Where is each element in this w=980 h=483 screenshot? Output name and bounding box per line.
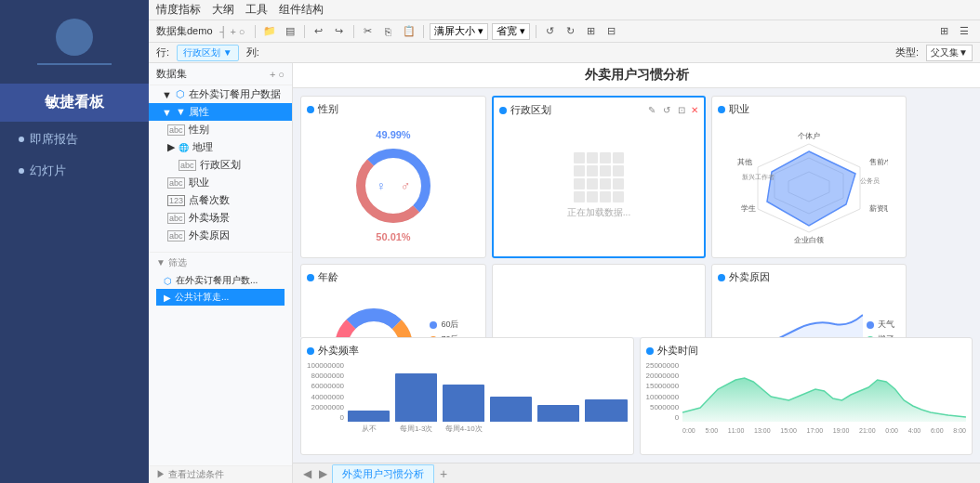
age-chart-title: 年龄 [307,270,480,284]
menu-item-metrics[interactable]: 情度指标 [156,2,201,18]
tree-item-occupation[interactable]: abc 职业 [149,174,292,191]
filter-section: ▼ 筛选 ⬡ 在外卖订餐用户数... ▶ 公共计算走... [149,252,292,309]
zoom-dropdown[interactable]: 满屏大小 ▾ [430,23,488,40]
bar-item [395,373,437,422]
bar-labels: 从不 每周1-3次 每周4-10次 [348,424,627,434]
filter-item-2[interactable]: ▶ 公共计算走... [156,289,285,306]
bar-chart-area: 从不 每周1-3次 每周4-10次 [348,361,627,449]
abc-icon: abc [167,177,185,189]
tree-label-order-count: 点餐次数 [189,193,230,207]
tab-next-icon[interactable]: ▶ [316,467,330,480]
toolbar-separator-4 [423,25,424,38]
tree-label-geo: 地理 [192,140,213,154]
tree-item-attributes-folder[interactable]: ▼ ▼ 属性 [149,103,292,121]
zoom-out-icon[interactable]: ⊟ [603,23,620,40]
tree-item-reason[interactable]: abc 外卖原因 [149,227,292,244]
tree-label-scenario: 外卖场景 [189,211,230,225]
legend-dot-icon [430,321,437,329]
chevron-down-icon: ▼ [162,89,172,100]
file-panel: 数据集 + ○ ▼ ⬡ 在外卖订餐用户数据 ▼ ▼ 属性 abc 性别 ▶ 🌐 … [149,63,293,483]
file-panel-add-icon[interactable]: + ○ [270,69,285,80]
second-toolbar: 行: 行政区划 ▼ 列: 类型: 父又集▼ [149,43,980,63]
expand-icon[interactable]: ⊡ [676,105,687,115]
district-chart-body: 正在加载数据... [499,121,698,251]
filter-item-1[interactable]: ⬡ 在外卖订餐用户数... [156,272,285,289]
cut-icon[interactable]: ✂ [360,23,377,40]
filter-footer[interactable]: ▶ 查看过滤条件 [149,465,292,483]
filter-section-label: ▼ 筛选 [156,256,285,269]
tree-label-attributes: 在外卖订餐用户数据 [189,87,281,101]
loading-grid [574,152,624,202]
x-label: 17:00 [807,427,824,434]
charts-bottom: 外卖频率 100000000 80000000 60000000 4000000… [293,337,980,463]
tree-item-gender[interactable]: abc 性别 [149,121,292,138]
gender-chart-body: 49.99% ♀ [307,120,480,252]
sidebar-item-slides[interactable]: 幻灯片 [0,155,149,187]
sidebar-item-dashboard[interactable]: 敏捷看板 [0,84,149,122]
age-legend: 60后 70后 80后 [430,319,458,337]
occupation-chart-body: 个体户 售前/售后 薪资职业 企业白领 学生 其他 新兴工作者 公务员 [718,120,900,252]
gender-chart-title: 性别 [307,102,480,116]
tree-item-attributes[interactable]: ▼ ⬡ 在外卖订餐用户数据 [149,85,292,103]
legend-weather: 天气 [867,319,894,331]
file-panel-header: 数据集 + ○ [149,63,292,85]
refresh-card-icon[interactable]: ↺ [661,105,672,115]
x-label: 4:00 [908,427,921,434]
legend-label-weather: 天气 [878,319,894,331]
tree-label-district: 行政区划 [200,158,241,172]
gender-donut: ♀ ♂ [351,144,435,228]
menu-item-tools[interactable]: 工具 [245,2,268,18]
reason-chart-title: 外卖原因 [718,270,900,284]
close-icon[interactable]: ✕ [691,105,698,115]
tree-item-district[interactable]: abc 行政区划 [149,156,292,174]
geo-icon: 🌐 [179,143,189,152]
tab-prev-icon[interactable]: ◀ [300,467,314,480]
occupation-chart-title: 职业 [718,102,900,116]
x-label: 21:00 [859,427,876,434]
paste-icon[interactable]: 📋 [401,23,417,40]
order-freq-body: 100000000 80000000 60000000 40000000 200… [307,361,628,449]
grid-icon[interactable]: ▤ [282,23,298,40]
title-dot-icon [307,106,314,113]
zoom-in-icon[interactable]: ⊞ [583,23,600,40]
pencil-icon[interactable]: ✎ [646,105,657,115]
tree-item-geo[interactable]: ▶ 🌐 地理 [149,138,292,156]
time-area-svg [682,361,966,422]
reason-legend: 天气 懒了 外卖 点餐 [867,319,894,337]
dashboard-title: 外卖用户习惯分析 [293,63,980,88]
y-label: 60000000 [307,382,344,390]
time-y-axis-labels: 25000000 20000000 15000000 10000000 5000… [646,361,680,422]
legend-dot-icon [430,336,437,338]
x-label: 11:00 [728,427,745,434]
radar-svg: 个体户 售前/售后 薪资职业 企业白领 学生 其他 新兴工作者 公务员 [730,125,888,246]
toolbar-separator-1 [255,25,256,38]
chevron-icon: ▶ [167,141,175,153]
tab-dashboard[interactable]: 外卖用户习惯分析 [332,464,434,483]
y-label: 5000000 [646,403,680,411]
refresh-icon[interactable]: ↺ [542,23,559,40]
loading-cell [600,152,611,163]
tree-item-scenario[interactable]: abc 外卖场景 [149,209,292,227]
grid-view-icon[interactable]: ⊞ [935,23,952,40]
row-label: 行: [156,46,169,59]
folder-icon[interactable]: 📁 [261,23,278,40]
y-label: 0 [646,413,680,422]
undo-icon[interactable]: ↩ [311,23,327,40]
svg-text:新兴工作者: 新兴工作者 [742,174,775,181]
type-select[interactable]: 父又集▼ [926,45,973,61]
list-view-icon[interactable]: ☰ [956,23,973,40]
menu-item-components[interactable]: 组件结构 [279,2,324,18]
card-actions: ✎ ↺ ⊡ ✕ [646,105,698,115]
tab-add-button[interactable]: + [436,466,451,481]
copy-icon[interactable]: ⎘ [380,23,397,40]
filter-label-2: 公共计算走... [175,291,229,304]
menu-item-outline[interactable]: 大纲 [212,2,234,18]
sync-icon[interactable]: ↻ [563,23,579,40]
row-filter-tag[interactable]: 行政区划 ▼ [177,45,239,61]
view-dropdown[interactable]: 省宽 ▾ [492,23,530,40]
sidebar-item-reports[interactable]: 即席报告 [0,124,149,155]
bar-label-never: 从不 [348,424,390,434]
legend-60s: 60后 [430,319,458,331]
redo-icon[interactable]: ↪ [331,23,348,40]
tree-item-order-count[interactable]: 123 点餐次数 [149,191,292,209]
